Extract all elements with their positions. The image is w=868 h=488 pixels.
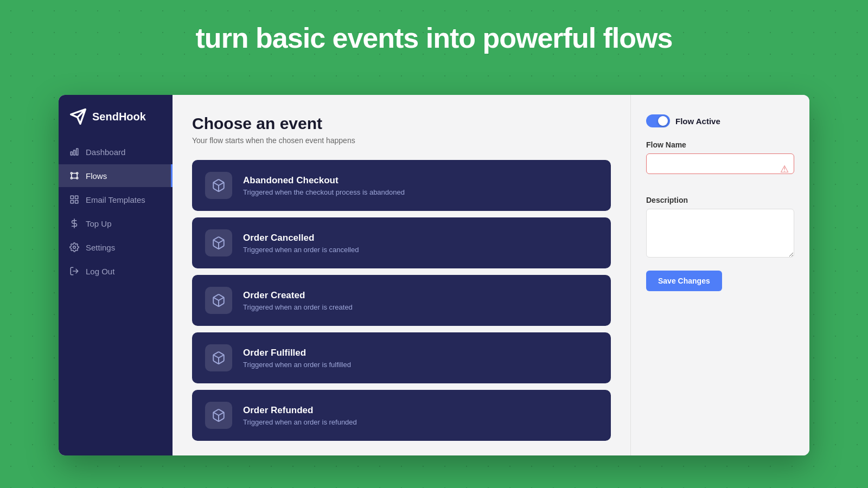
order-created-desc: Triggered when an order is created <box>243 303 353 311</box>
abandoned-checkout-icon-wrap <box>205 172 232 199</box>
order-created-title: Order Created <box>243 290 353 301</box>
event-card-abandoned-checkout[interactable]: Abandoned Checkout Triggered when the ch… <box>192 160 611 211</box>
svg-rect-7 <box>71 196 73 198</box>
sidebar-item-top-up-label: Top Up <box>86 219 112 228</box>
order-refunded-desc: Triggered when an order is refunded <box>243 418 357 426</box>
gear-icon <box>69 242 79 252</box>
order-fulfilled-title: Order Fulfilled <box>243 348 351 358</box>
box-icon <box>212 236 226 250</box>
logout-icon <box>69 266 79 276</box>
box-icon <box>212 408 226 422</box>
flow-name-error-icon: ⚠ <box>780 163 789 175</box>
flows-icon <box>69 171 79 181</box>
abandoned-checkout-text: Abandoned Checkout Triggered when the ch… <box>243 175 405 196</box>
flow-name-input[interactable] <box>646 153 794 174</box>
svg-rect-8 <box>75 196 78 198</box>
logo-text: SendHook <box>92 111 146 123</box>
flow-active-row: Flow Active <box>646 114 794 127</box>
sidebar-item-top-up[interactable]: Top Up <box>59 212 173 235</box>
svg-rect-9 <box>71 201 73 203</box>
box-icon <box>212 178 226 192</box>
flow-name-label: Flow Name <box>646 140 794 149</box>
box-icon <box>212 293 226 307</box>
order-fulfilled-icon-wrap <box>205 344 232 371</box>
sidebar-item-email-templates[interactable]: Email Templates <box>59 188 173 211</box>
event-list: Abandoned Checkout Triggered when the ch… <box>192 160 611 441</box>
page-headline: turn basic events into powerful flows <box>0 22 868 54</box>
sidebar-item-email-templates-label: Email Templates <box>86 195 145 204</box>
sidebar-item-log-out-label: Log Out <box>86 267 114 276</box>
flow-active-toggle[interactable] <box>646 114 670 127</box>
event-card-order-fulfilled[interactable]: Order Fulfilled Triggered when an order … <box>192 332 611 383</box>
save-changes-button[interactable]: Save Changes <box>646 271 722 291</box>
order-cancelled-title: Order Cancelled <box>243 233 359 243</box>
order-refunded-text: Order Refunded Triggered when an order i… <box>243 405 357 426</box>
order-cancelled-desc: Triggered when an order is cancelled <box>243 246 359 254</box>
logo-icon <box>69 108 87 125</box>
sidebar-item-log-out[interactable]: Log Out <box>59 260 173 282</box>
sidebar-item-flows-label: Flows <box>86 171 107 181</box>
bar-chart-icon <box>69 147 79 157</box>
event-chooser-subtitle: Your flow starts when the chosen event h… <box>192 136 611 145</box>
grid-icon <box>69 195 79 204</box>
dollar-icon <box>69 219 79 228</box>
order-created-text: Order Created Triggered when an order is… <box>243 290 353 311</box>
sidebar-logo: SendHook <box>59 108 173 140</box>
svg-rect-0 <box>71 152 72 155</box>
sidebar-item-settings-label: Settings <box>86 243 115 252</box>
event-card-order-cancelled[interactable]: Order Cancelled Triggered when an order … <box>192 217 611 268</box>
main-content: Choose an event Your flow starts when th… <box>173 95 809 455</box>
order-fulfilled-desc: Triggered when an order is fulfilled <box>243 361 351 369</box>
svg-rect-10 <box>75 201 78 203</box>
event-chooser-title: Choose an event <box>192 114 611 133</box>
sidebar-item-dashboard[interactable]: Dashboard <box>59 140 173 163</box>
right-panel: Flow Active Flow Name ⚠ Description Save… <box>630 95 809 455</box>
order-fulfilled-text: Order Fulfilled Triggered when an order … <box>243 348 351 369</box>
sidebar-item-flows[interactable]: Flows <box>59 164 173 187</box>
description-label: Description <box>646 196 794 204</box>
abandoned-checkout-title: Abandoned Checkout <box>243 175 405 186</box>
description-textarea[interactable] <box>646 209 794 258</box>
flow-name-field-wrap: ⚠ <box>646 153 794 185</box>
svg-rect-2 <box>76 149 78 155</box>
svg-rect-1 <box>74 150 75 155</box>
order-cancelled-icon-wrap <box>205 229 232 256</box>
abandoned-checkout-desc: Triggered when the checkout process is a… <box>243 188 405 196</box>
sidebar-nav: Dashboard Flows Email Templates <box>59 140 173 282</box>
sidebar-item-settings[interactable]: Settings <box>59 236 173 259</box>
event-card-order-created[interactable]: Order Created Triggered when an order is… <box>192 275 611 326</box>
event-card-order-refunded[interactable]: Order Refunded Triggered when an order i… <box>192 390 611 441</box>
flow-active-label: Flow Active <box>675 117 720 126</box>
svg-point-12 <box>73 246 76 249</box>
sidebar: SendHook Dashboard Flows <box>59 95 173 455</box>
box-icon <box>212 351 226 365</box>
app-card: SendHook Dashboard Flows <box>59 95 809 455</box>
order-cancelled-text: Order Cancelled Triggered when an order … <box>243 233 359 254</box>
order-refunded-title: Order Refunded <box>243 405 357 416</box>
order-created-icon-wrap <box>205 287 232 314</box>
event-area: Choose an event Your flow starts when th… <box>173 95 630 455</box>
sidebar-item-dashboard-label: Dashboard <box>86 147 125 157</box>
order-refunded-icon-wrap <box>205 402 232 429</box>
